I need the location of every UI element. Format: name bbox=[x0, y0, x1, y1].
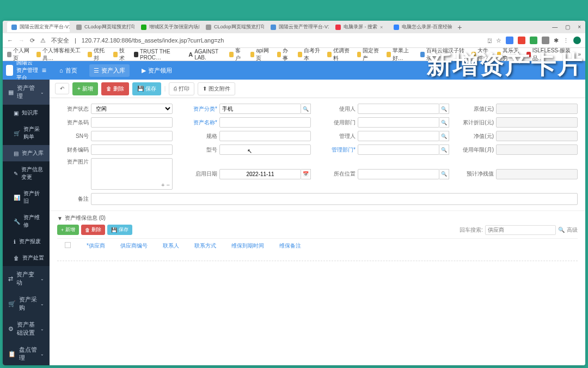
bookmark-15[interactable]: 其乐无穷 bbox=[497, 47, 520, 62]
bookmark-7[interactable]: api网页 bbox=[250, 47, 271, 62]
minimize-icon[interactable]: — bbox=[552, 24, 558, 30]
section-save-button[interactable]: 💾 保存 bbox=[107, 225, 132, 235]
select-all-checkbox[interactable] bbox=[65, 242, 71, 248]
col-warranty-note[interactable]: 维保备注 bbox=[272, 242, 309, 250]
nav-repair[interactable]: 🔧资产维修 bbox=[3, 209, 50, 233]
nav-base-setting[interactable]: ⚙资产基础设置⌄ bbox=[3, 316, 50, 341]
star-icon[interactable]: ☆ bbox=[496, 37, 501, 44]
dept-input[interactable] bbox=[358, 117, 439, 128]
nav-knowledge[interactable]: ▣知识库 bbox=[3, 105, 50, 121]
section-delete-button[interactable]: 🗑 删除 bbox=[81, 225, 105, 235]
undo-button[interactable]: ↶ bbox=[55, 83, 69, 94]
save-button[interactable]: 💾保存 bbox=[132, 82, 161, 95]
section-search-input[interactable] bbox=[485, 225, 556, 235]
sn-input[interactable] bbox=[91, 131, 173, 141]
browser-tab-4[interactable]: 国陽云资产管理平台-V1.0.0× bbox=[266, 22, 329, 32]
bookmark-16[interactable]: ISLELESS-服装品… bbox=[526, 47, 572, 62]
browser-tab-2[interactable]: 增城区关于加强室内场所管控的× bbox=[137, 22, 199, 32]
bookmark-11[interactable]: 国定资产 bbox=[357, 47, 380, 62]
mgmt-dept-input[interactable] bbox=[358, 144, 439, 155]
bookmark-4[interactable]: TRUST THE PROC… bbox=[134, 49, 182, 61]
calendar-icon[interactable]: 📅 bbox=[301, 169, 311, 179]
reload-icon[interactable]: ⟳ bbox=[30, 37, 35, 44]
add-image-icon[interactable]: + bbox=[161, 182, 164, 188]
browser-tab-3[interactable]: CLodop网页端预览打印示例× bbox=[201, 22, 264, 32]
bookmark-14[interactable]: 大牛件 bbox=[471, 47, 490, 62]
search-icon[interactable]: 🔍 bbox=[301, 104, 311, 114]
tab-receive[interactable]: ▶资产领用 bbox=[137, 64, 176, 77]
section-new-button[interactable]: + 新增 bbox=[57, 225, 79, 235]
back-icon[interactable]: ← bbox=[7, 37, 13, 44]
bookmark-5[interactable]: AAGAINST LAB. bbox=[188, 49, 223, 61]
status-select[interactable]: 空闲 bbox=[91, 104, 173, 114]
nav-disposal[interactable]: 🗑资产处置 bbox=[3, 250, 50, 266]
url-text[interactable]: 120.77.42.180:886/tbs_assets/index.jsp?c… bbox=[82, 37, 224, 44]
bookmark-8[interactable]: 办事 bbox=[277, 47, 291, 62]
search-icon[interactable]: 🔍 bbox=[439, 104, 449, 114]
maximize-icon[interactable]: ▢ bbox=[565, 24, 570, 30]
section-header[interactable]: ▼资产维保信息 (0) bbox=[57, 214, 578, 222]
nav-purchase-order[interactable]: 🛒资产采购单 bbox=[3, 121, 50, 145]
nav-asset-mgmt[interactable]: ▦资产管理⌄ bbox=[3, 80, 50, 105]
share-icon[interactable]: ⍰ bbox=[488, 37, 492, 44]
menu-icon[interactable]: ⋮ bbox=[563, 37, 569, 44]
category-input[interactable] bbox=[219, 104, 301, 114]
bookmark-overflow[interactable]: » bbox=[578, 51, 581, 57]
new-button[interactable]: +新增 bbox=[72, 82, 98, 95]
enable-date-input[interactable] bbox=[219, 169, 301, 179]
extension-3[interactable] bbox=[530, 37, 537, 44]
browser-tab-5[interactable]: 电脑录屏 - 搜索× bbox=[331, 22, 387, 32]
nav-inbound[interactable]: ▤资产入库 bbox=[3, 145, 50, 161]
bookmark-2[interactable]: 优托邦 bbox=[88, 47, 106, 62]
bookmark-1[interactable]: 个人博客相关工具… bbox=[36, 47, 81, 62]
print-button[interactable]: ⎙打印 bbox=[169, 82, 194, 95]
bookmark-13[interactable]: 百科云端汉子转录… bbox=[420, 47, 465, 62]
extension-4[interactable] bbox=[542, 37, 549, 44]
bookmark-6[interactable]: 客户 bbox=[229, 47, 243, 62]
remove-image-icon[interactable]: − bbox=[167, 182, 170, 188]
nav-procurement[interactable]: 🛒资产采购⌄ bbox=[3, 291, 50, 316]
bookmark-9[interactable]: 自考升本 bbox=[298, 47, 321, 62]
fincode-input[interactable] bbox=[91, 144, 173, 155]
name-input[interactable] bbox=[219, 117, 311, 128]
extension-1[interactable] bbox=[506, 37, 513, 44]
nav-inventory[interactable]: 📋盘点管理⌄ bbox=[3, 341, 50, 365]
close-window-icon[interactable]: × bbox=[578, 24, 581, 30]
col-supplier-no[interactable]: 供应商编号 bbox=[113, 242, 155, 250]
search-icon[interactable]: 🔍 bbox=[439, 169, 449, 179]
nav-movement[interactable]: ⇄资产变动⌄ bbox=[3, 266, 50, 291]
nav-info-change[interactable]: ✎资产信息变更 bbox=[3, 161, 50, 185]
browser-tab-0[interactable]: 国陽云固定资产平台-V1.0.0× bbox=[7, 22, 70, 32]
extensions-icon[interactable]: ✱ bbox=[554, 37, 559, 44]
spec-input[interactable] bbox=[219, 131, 311, 141]
remarks-input[interactable] bbox=[91, 193, 578, 205]
life-input[interactable] bbox=[496, 144, 578, 155]
attachment-button[interactable]: ⬆图文附件 bbox=[198, 82, 235, 95]
new-tab-button[interactable]: + bbox=[454, 23, 465, 32]
search-icon[interactable]: 🔍 bbox=[439, 131, 449, 141]
search-icon[interactable]: 🔍 bbox=[439, 117, 449, 128]
col-warranty-end[interactable]: 维保到期时间 bbox=[224, 242, 272, 250]
manager-input[interactable] bbox=[358, 131, 439, 141]
model-input[interactable] bbox=[219, 144, 311, 155]
original-value-input[interactable] bbox=[496, 104, 578, 114]
residual-input[interactable] bbox=[496, 169, 578, 179]
delete-button[interactable]: 🗑删除 bbox=[101, 82, 129, 95]
bookmark-3[interactable]: 技术 bbox=[113, 47, 127, 62]
browser-tab-6[interactable]: 电脑怎么录屏-百度经验× bbox=[389, 22, 452, 32]
bookmark-10[interactable]: 优调资料 bbox=[327, 47, 350, 62]
advanced-link[interactable]: 高级 bbox=[567, 226, 578, 234]
search-icon[interactable]: 🔍 bbox=[439, 144, 449, 155]
nav-depreciation[interactable]: 📊资产折旧 bbox=[3, 185, 50, 209]
image-upload[interactable]: + − bbox=[91, 158, 173, 190]
acc-dep-input[interactable] bbox=[496, 117, 578, 128]
security-warning-icon[interactable]: ⚠ bbox=[40, 37, 46, 44]
avatar-icon[interactable] bbox=[573, 37, 581, 44]
forward-icon[interactable]: → bbox=[19, 37, 24, 44]
col-contact-way[interactable]: 联系方式 bbox=[187, 242, 224, 250]
barcode-input[interactable] bbox=[91, 117, 173, 128]
tab-home[interactable]: ⌂首页 bbox=[55, 64, 82, 77]
location-input[interactable] bbox=[358, 169, 439, 179]
col-contact[interactable]: 联系人 bbox=[155, 242, 187, 250]
nav-scrap[interactable]: ℹ资产报废 bbox=[3, 233, 50, 250]
